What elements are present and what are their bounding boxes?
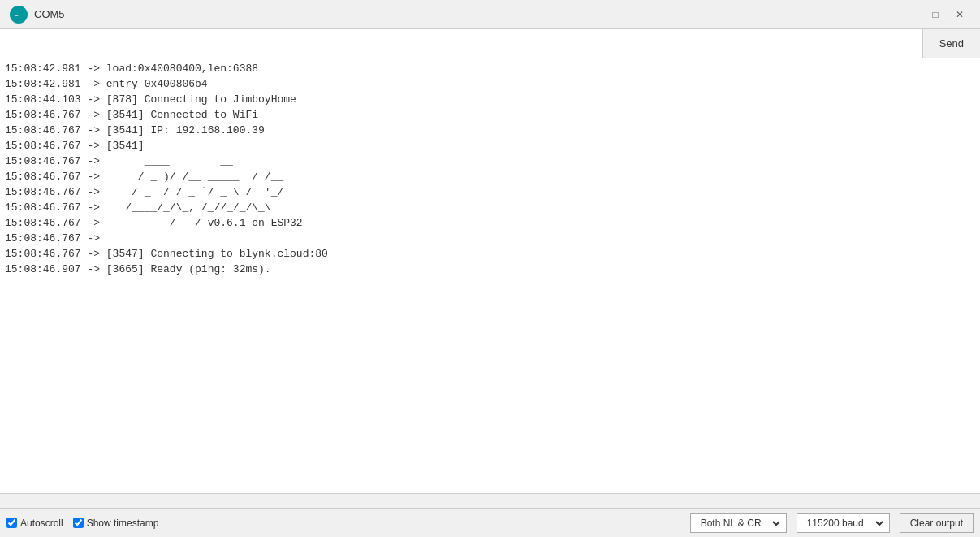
show-timestamp-checkbox[interactable] bbox=[73, 518, 84, 528]
message-input[interactable] bbox=[0, 29, 922, 58]
line-ending-select[interactable]: No line endingNewlineCarriage returnBoth… bbox=[697, 517, 783, 530]
line-ending-dropdown[interactable]: No line endingNewlineCarriage returnBoth… bbox=[690, 513, 787, 533]
console-line: 15:08:46.767 -> [3541] IP: 192.168.100.3… bbox=[0, 123, 980, 139]
console-line: 15:08:46.767 -> [3541] bbox=[0, 139, 980, 154]
horizontal-scrollbar[interactable] bbox=[0, 493, 980, 508]
show-timestamp-checkbox-label[interactable]: Show timestamp bbox=[73, 518, 159, 529]
status-bar: Autoscroll Show timestamp No line ending… bbox=[0, 508, 980, 537]
console-line: 15:08:46.767 -> /____/_/\_, /_//_/_/\_\ bbox=[0, 201, 980, 216]
close-button[interactable]: ✕ bbox=[949, 5, 970, 24]
console-line: 15:08:46.767 -> / _ )/ /__ _____ / /__ bbox=[0, 170, 980, 185]
console-line: 15:08:46.767 -> [3547] Connecting to bly… bbox=[0, 247, 980, 262]
console-line: 15:08:44.103 -> [878] Connecting to Jimb… bbox=[0, 93, 980, 108]
minimize-button[interactable]: – bbox=[900, 5, 922, 24]
baud-rate-dropdown[interactable]: 300 baud1200 baud2400 baud4800 baud9600 … bbox=[797, 513, 890, 533]
console-line: 15:08:46.767 -> ____ __ bbox=[0, 154, 980, 170]
console-line: 15:08:46.907 -> [3665] Ready (ping: 32ms… bbox=[0, 262, 980, 278]
title-bar-left: ∞ COM5 bbox=[10, 6, 65, 24]
console-line: 15:08:46.767 -> /___/ v0.6.1 on ESP32 bbox=[0, 216, 980, 232]
h-scroll-inner[interactable] bbox=[0, 494, 980, 508]
autoscroll-checkbox-label[interactable]: Autoscroll bbox=[6, 518, 63, 529]
console-wrapper: 15:08:42.981 -> load:0x40080400,len:6388… bbox=[0, 58, 980, 493]
console-line: 15:08:42.981 -> entry 0x400806b4 bbox=[0, 77, 980, 93]
console-line: 15:08:46.767 -> bbox=[0, 232, 980, 247]
arduino-logo-icon: ∞ bbox=[10, 6, 28, 24]
send-bar: Send bbox=[0, 29, 980, 58]
title-bar-controls: – □ ✕ bbox=[900, 5, 970, 24]
console-line: 15:08:46.767 -> / _ / / _ `/ _ \ / '_/ bbox=[0, 185, 980, 201]
show-timestamp-label: Show timestamp bbox=[87, 518, 159, 529]
send-button[interactable]: Send bbox=[922, 29, 980, 58]
baud-rate-select[interactable]: 300 baud1200 baud2400 baud4800 baud9600 … bbox=[804, 517, 886, 530]
maximize-button[interactable]: □ bbox=[925, 5, 946, 24]
console-output[interactable]: 15:08:42.981 -> load:0x40080400,len:6388… bbox=[0, 58, 980, 493]
window-title: COM5 bbox=[34, 8, 65, 20]
console-line: 15:08:42.981 -> load:0x40080400,len:6388 bbox=[0, 62, 980, 77]
clear-output-button[interactable]: Clear output bbox=[900, 513, 974, 533]
autoscroll-checkbox[interactable] bbox=[6, 518, 17, 528]
console-line: 15:08:46.767 -> [3541] Connected to WiFi bbox=[0, 108, 980, 123]
autoscroll-label: Autoscroll bbox=[20, 518, 63, 529]
title-bar: ∞ COM5 – □ ✕ bbox=[0, 0, 980, 29]
svg-text:∞: ∞ bbox=[14, 11, 18, 17]
